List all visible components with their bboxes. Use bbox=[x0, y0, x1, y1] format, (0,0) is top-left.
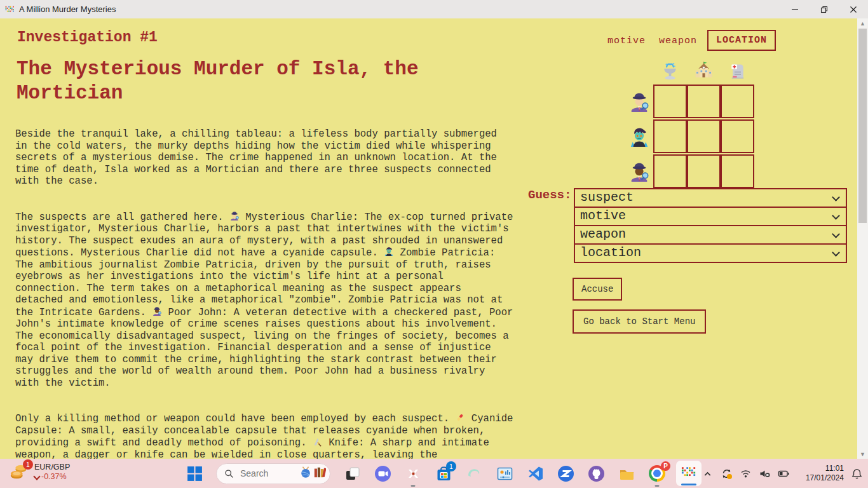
fountain-icon bbox=[653, 58, 687, 85]
title-bar: A Million Murder Mysteries bbox=[0, 0, 868, 18]
app-window: A Million Murder Mysteries Investigation… bbox=[0, 0, 868, 488]
notifications-bell-icon[interactable] bbox=[851, 468, 863, 480]
story-paragraph: Only a killing method or weapon could ha… bbox=[15, 412, 513, 461]
tab-weapon[interactable]: weapon bbox=[659, 36, 697, 46]
currency-pair: EUR/GBP bbox=[34, 463, 70, 472]
location-select[interactable]: location bbox=[574, 243, 847, 263]
guess-selects: suspect motive weapon location bbox=[574, 188, 847, 263]
suspect-select[interactable]: suspect bbox=[574, 188, 847, 208]
detective-dark-icon bbox=[152, 306, 162, 316]
books-icon bbox=[313, 466, 326, 481]
story: Beside the tranquil lake, a chilling tab… bbox=[15, 128, 513, 484]
coins-icon: 1 bbox=[9, 461, 29, 483]
scroll-up-arrow[interactable]: ▲ bbox=[857, 18, 868, 28]
task-view-button[interactable] bbox=[343, 464, 361, 482]
board-cell[interactable] bbox=[721, 85, 754, 118]
clock[interactable]: 11:01 17/01/2024 bbox=[797, 464, 844, 483]
chrome-profile-badge: P bbox=[661, 461, 670, 471]
volume-muted-icon[interactable] bbox=[759, 468, 771, 480]
scroll-down-arrow[interactable]: ▼ bbox=[857, 449, 868, 459]
scrollbar-thumb[interactable] bbox=[858, 29, 867, 223]
running-indicator bbox=[655, 485, 660, 487]
motive-select[interactable]: motive bbox=[574, 207, 847, 226]
running-indicator bbox=[411, 485, 416, 487]
dagger-icon bbox=[313, 437, 323, 446]
battery-icon[interactable] bbox=[778, 468, 790, 480]
chrome-icon[interactable]: P bbox=[648, 464, 666, 482]
board-cell[interactable] bbox=[653, 85, 687, 118]
active-app-game-icon[interactable] bbox=[676, 461, 702, 486]
detective-dark-icon bbox=[625, 154, 653, 189]
board-cell[interactable] bbox=[687, 119, 721, 153]
edge-icon[interactable] bbox=[465, 464, 483, 482]
minimize-button[interactable] bbox=[780, 0, 810, 18]
board-cell[interactable] bbox=[721, 119, 754, 153]
weapon-select[interactable]: weapon bbox=[574, 225, 847, 245]
zombie-icon bbox=[625, 119, 653, 154]
story-paragraph: The suspects are all gathered here. Myst… bbox=[15, 211, 513, 390]
game-logo-icon bbox=[681, 466, 696, 481]
board-cell[interactable] bbox=[721, 154, 754, 188]
time: 11:01 bbox=[797, 464, 844, 473]
vscode-icon[interactable] bbox=[526, 464, 544, 482]
board-cell[interactable] bbox=[653, 119, 687, 153]
start-button[interactable] bbox=[186, 464, 203, 482]
chat-video-icon[interactable] bbox=[374, 464, 391, 482]
file-explorer-icon[interactable] bbox=[618, 464, 635, 482]
close-button[interactable] bbox=[839, 0, 868, 18]
back-to-start-menu-button[interactable]: Go back to Start Menu bbox=[573, 309, 706, 334]
search-input[interactable] bbox=[239, 468, 294, 479]
microsoft-store-icon[interactable]: 1 bbox=[435, 464, 452, 482]
school-icon bbox=[687, 58, 721, 85]
board-cell[interactable] bbox=[687, 85, 721, 118]
z-app-icon[interactable] bbox=[557, 464, 574, 482]
store-badge: 1 bbox=[446, 461, 456, 471]
pill-icon bbox=[455, 412, 465, 422]
window-title: A Million Murder Mysteries bbox=[19, 4, 116, 14]
yarn-icon bbox=[299, 466, 312, 481]
search-icon bbox=[224, 469, 234, 478]
tab-motive[interactable]: motive bbox=[607, 36, 646, 46]
active-indicator bbox=[681, 484, 696, 485]
tab-location[interactable]: LOCATION bbox=[707, 30, 776, 51]
zombie-icon bbox=[384, 247, 394, 256]
date: 17/01/2024 bbox=[797, 473, 844, 483]
sync-icon[interactable] bbox=[721, 468, 733, 480]
double-commander-icon[interactable] bbox=[404, 464, 422, 482]
scrollbar: ▲ ▼ bbox=[857, 18, 868, 459]
detective-light-icon bbox=[229, 211, 240, 220]
hidden-icons-chevron[interactable] bbox=[702, 468, 714, 480]
down-arrow-icon bbox=[33, 473, 40, 480]
system-tray: 11:01 17/01/2024 bbox=[702, 459, 863, 488]
investigation-label: Investigation #1 bbox=[17, 29, 158, 46]
board-cell[interactable] bbox=[653, 154, 687, 188]
currency-change: -0.37% bbox=[41, 472, 67, 482]
board-cell[interactable] bbox=[687, 154, 721, 188]
detective-light-icon bbox=[625, 85, 653, 119]
hospital-icon bbox=[721, 58, 754, 85]
search-box[interactable] bbox=[216, 463, 330, 484]
widget-badge: 1 bbox=[23, 459, 33, 470]
clue-board bbox=[625, 58, 754, 189]
display-settings-icon[interactable] bbox=[496, 464, 513, 482]
app-logo-icon bbox=[5, 6, 15, 13]
github-icon[interactable] bbox=[587, 464, 605, 482]
accuse-button[interactable]: Accuse bbox=[573, 278, 622, 301]
page-title: The Mysterious Murder of Isla, the Morti… bbox=[17, 57, 490, 105]
restore-button[interactable] bbox=[810, 0, 839, 18]
wifi-icon[interactable] bbox=[740, 468, 752, 480]
taskbar: 1 EUR/GBP -0.37% bbox=[0, 459, 868, 488]
taskbar-center: 1 bbox=[186, 461, 699, 486]
weather-stocks-widget[interactable]: 1 EUR/GBP -0.37% bbox=[9, 461, 70, 483]
story-paragraph: Beside the tranquil lake, a chilling tab… bbox=[15, 128, 513, 187]
guess-label: Guess: bbox=[528, 188, 571, 202]
